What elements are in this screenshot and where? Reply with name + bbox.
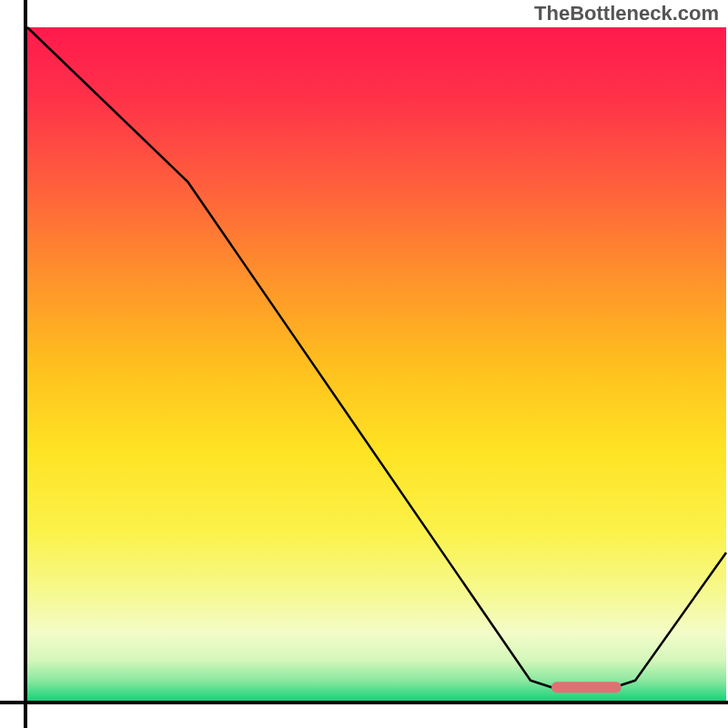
optimal-range-marker <box>551 682 622 693</box>
watermark-text: TheBottleneck.com <box>534 2 719 25</box>
bottleneck-chart <box>0 0 728 728</box>
chart-container: TheBottleneck.com <box>0 0 728 728</box>
